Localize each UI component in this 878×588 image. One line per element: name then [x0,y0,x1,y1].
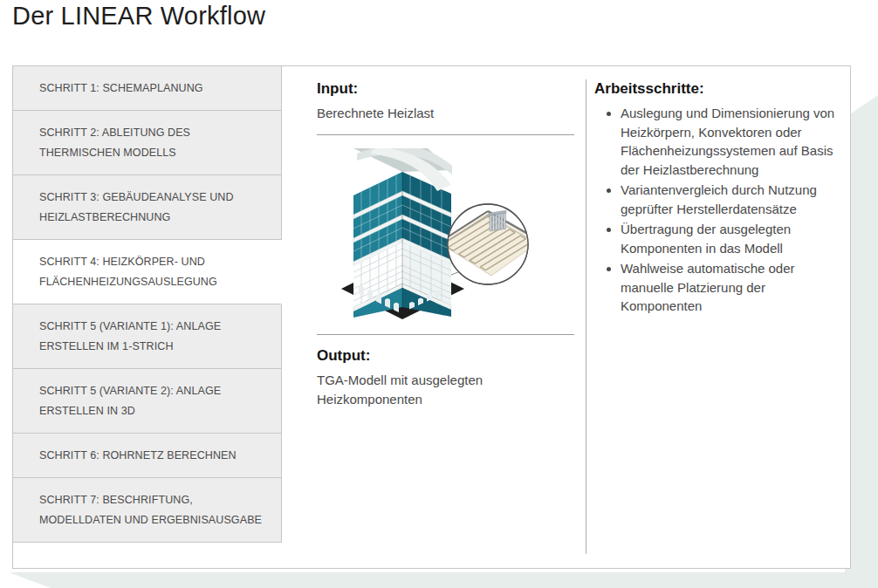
tab-schritt-5-variante-2[interactable]: SCHRITT 5 (VARIANTE 2): ANLAGE ERSTELLEN… [13,369,282,434]
input-heading: Input: [317,80,574,98]
building-heating-illustration-icon [341,148,546,323]
worksteps-list: Auslegung und Dimensionierung von Heizkö… [594,104,844,316]
output-heading: Output: [317,347,574,365]
workflow-panel: SCHRITT 1: SCHEMAPLANUNG SCHRITT 2: ABLE… [12,65,851,569]
tab-schritt-7[interactable]: SCHRITT 7: BESCHRIFTUNG, MODELLDATEN UND… [13,478,282,543]
workflow-step-tabs: SCHRITT 1: SCHEMAPLANUNG SCHRITT 2: ABLE… [13,66,282,568]
workstep-item: Auslegung und Dimensionierung von Heizkö… [621,104,844,179]
section-divider [317,134,574,135]
tab-label: SCHRITT 5 (VARIANTE 1): ANLAGE ERSTELLEN… [39,320,221,352]
tab-schritt-2[interactable]: SCHRITT 2: ABLEITUNG DES THERMISCHEN MOD… [13,111,282,175]
tab-label: SCHRITT 3: GEBÄUDEANALYSE UND HEIZLASTBE… [39,191,234,223]
building-heating-illustration [341,148,574,323]
workstep-item: Übertragung der ausgelegten Komponenten … [621,220,844,257]
tab-detail-content: Input: Berechnete Heizlast [282,66,850,568]
tab-label: SCHRITT 7: BESCHRIFTUNG, MODELLDATEN UND… [39,494,262,526]
tab-schritt-4[interactable]: SCHRITT 4: HEIZKÖRPER- UND FLÄCHENHEIZUN… [13,240,282,304]
worksteps-heading: Arbeitsschritte: [594,80,844,98]
page-title: Der LINEAR Workflow [12,2,265,31]
tab-schritt-3[interactable]: SCHRITT 3: GEBÄUDEANALYSE UND HEIZLASTBE… [13,175,282,240]
workstep-item: Wahlweise automatische oder manuelle Pla… [621,259,844,316]
input-output-column: Input: Berechnete Heizlast [282,66,586,568]
column-divider [586,79,586,554]
radiator-icon [489,210,506,231]
building-icon [353,148,452,318]
tab-label: SCHRITT 4: HEIZKÖRPER- UND FLÄCHENHEIZUN… [39,256,217,288]
magnifier-icon [439,204,540,284]
tab-schritt-1[interactable]: SCHRITT 1: SCHEMAPLANUNG [13,66,282,111]
tab-label: SCHRITT 1: SCHEMAPLANUNG [39,82,203,94]
tab-label: SCHRITT 5 (VARIANTE 2): ANLAGE ERSTELLEN… [39,385,221,417]
tab-label: SCHRITT 2: ABLEITUNG DES THERMISCHEN MOD… [39,126,190,159]
output-text: TGA-Modell mit ausgelegten Heizkomponent… [317,371,574,409]
tab-schritt-5-variante-1[interactable]: SCHRITT 5 (VARIANTE 1): ANLAGE ERSTELLEN… [13,304,282,369]
section-divider [317,334,574,335]
tab-schritt-6[interactable]: SCHRITT 6: ROHRNETZ BERECHNEN [13,434,282,478]
workstep-item: Variantenvergleich durch Nutzung geprüft… [621,181,844,218]
tab-label: SCHRITT 6: ROHRNETZ BERECHNEN [39,449,237,462]
input-text: Berechnete Heizlast [317,104,574,123]
worksteps-column: Arbeitsschritte: Auslegung und Dimension… [586,66,850,568]
